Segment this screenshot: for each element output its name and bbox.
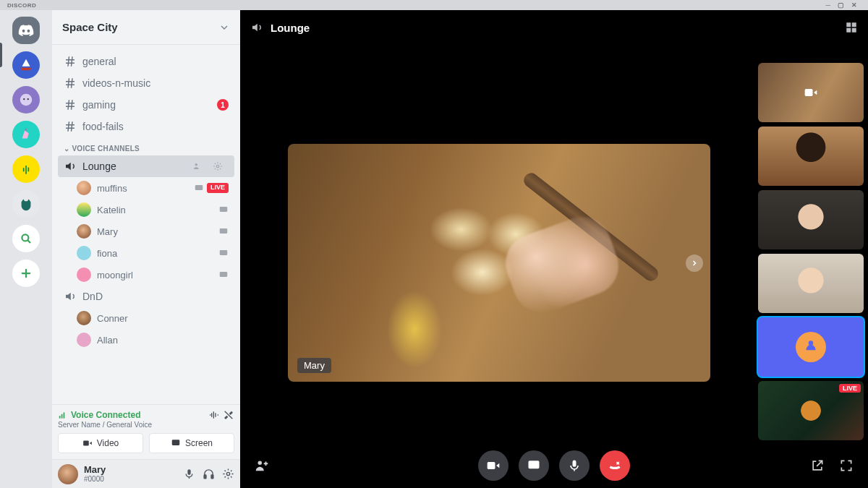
video-thumb[interactable] <box>758 190 864 249</box>
video-content <box>497 209 626 321</box>
window-maximize-button[interactable]: ▢ <box>835 1 848 9</box>
svg-rect-18 <box>211 475 213 479</box>
invite-icon[interactable] <box>192 161 203 171</box>
server-icon[interactable] <box>12 86 40 114</box>
hangup-icon <box>608 458 622 473</box>
mic-icon <box>567 458 582 473</box>
hash-icon <box>64 98 77 111</box>
voice-channel-path: Server Name / General Voice <box>58 421 234 429</box>
server-icon[interactable] <box>12 121 40 148</box>
voice-channel-lounge[interactable]: Lounge <box>58 155 234 177</box>
svg-rect-11 <box>59 416 61 419</box>
screen-icon <box>218 248 229 258</box>
window-minimize-button[interactable]: ─ <box>822 1 835 9</box>
avatar <box>77 202 91 217</box>
voice-user[interactable]: Conner <box>71 307 234 329</box>
main-video-tile[interactable]: Mary <box>288 144 710 382</box>
stage-header: Lounge <box>240 10 868 45</box>
server-icon[interactable] <box>12 155 40 183</box>
live-badge: LIVE <box>207 183 229 193</box>
home-button[interactable] <box>12 17 40 44</box>
noise-suppression-icon[interactable] <box>208 409 220 421</box>
server-rail <box>0 10 52 488</box>
headphones-icon[interactable] <box>203 468 215 480</box>
user-area: Mary #0000 <box>52 459 240 488</box>
svg-rect-12 <box>61 414 63 419</box>
voice-user[interactable]: moongirl <box>71 264 234 286</box>
gear-icon[interactable] <box>213 161 223 171</box>
svg-rect-9 <box>220 250 228 255</box>
channel-sidebar: Space City general videos-n-music gaming… <box>52 10 240 488</box>
app-name: DISCORD <box>7 2 36 9</box>
server-icon[interactable] <box>12 51 40 79</box>
grid-view-icon[interactable] <box>845 21 858 34</box>
svg-point-4 <box>195 163 198 166</box>
svg-rect-24 <box>805 89 813 96</box>
toggle-camera-button[interactable] <box>478 450 509 481</box>
video-thumb[interactable] <box>758 254 864 313</box>
unicorn-icon <box>18 127 34 142</box>
fullscreen-button[interactable] <box>838 457 855 474</box>
svg-point-1 <box>23 98 25 100</box>
gear-icon[interactable] <box>222 468 234 480</box>
server-header[interactable]: Space City <box>52 10 240 45</box>
text-channel-foodfails[interactable]: food-fails <box>58 116 234 137</box>
share-screen-button[interactable] <box>519 450 549 481</box>
svg-rect-20 <box>846 22 851 27</box>
search-icon <box>20 232 33 245</box>
video-thumb[interactable] <box>758 127 864 186</box>
svg-rect-22 <box>846 28 851 33</box>
live-badge: LIVE <box>839 384 861 393</box>
video-thumb[interactable]: LIVE <box>758 381 864 440</box>
voice-user[interactable]: muffins LIVE <box>71 177 234 199</box>
current-user-name: Mary <box>84 465 106 475</box>
svg-point-26 <box>258 461 263 466</box>
voice-user[interactable]: Allan <box>71 329 234 351</box>
avatar <box>77 333 91 347</box>
video-icon <box>82 438 93 448</box>
voice-category-label[interactable]: VOICE CHANNELS <box>52 137 240 155</box>
channel-name: videos-n-music <box>82 77 150 89</box>
text-channel-gaming[interactable]: gaming 1 <box>58 94 234 116</box>
disconnect-icon[interactable] <box>223 409 234 421</box>
mute-button[interactable] <box>559 450 590 481</box>
video-icon <box>804 85 818 100</box>
video-thumb[interactable] <box>758 317 864 377</box>
voice-user[interactable]: Katelin <box>71 199 234 221</box>
voice-user[interactable]: fiona <box>71 242 234 264</box>
svg-point-5 <box>216 165 219 168</box>
avatar <box>796 332 826 362</box>
invite-to-call-button[interactable] <box>253 457 271 474</box>
screen-icon <box>218 205 229 215</box>
voice-channel-dnd[interactable]: DnD <box>58 286 234 307</box>
svg-rect-21 <box>852 22 856 27</box>
mic-icon[interactable] <box>183 468 195 480</box>
speaker-name-tag: Mary <box>297 358 331 373</box>
avatar <box>77 181 91 195</box>
window-close-button[interactable]: ✕ <box>848 1 861 9</box>
cat-icon <box>18 196 34 212</box>
svg-rect-17 <box>204 475 206 479</box>
add-server-button[interactable] <box>12 260 40 287</box>
svg-rect-29 <box>573 461 576 467</box>
svg-rect-7 <box>220 207 228 212</box>
explore-button[interactable] <box>12 225 40 252</box>
screen-share-button[interactable]: Screen <box>149 433 234 453</box>
svg-rect-23 <box>852 28 856 33</box>
server-icon[interactable] <box>12 190 40 218</box>
video-thumb[interactable] <box>758 63 864 122</box>
window-titlebar: DISCORD ─ ▢ ✕ <box>0 0 868 10</box>
next-video-button[interactable] <box>686 254 703 272</box>
voice-user[interactable]: Mary <box>71 221 234 242</box>
avatar[interactable] <box>58 464 78 484</box>
avatar <box>77 267 91 282</box>
cactus-icon <box>19 162 33 176</box>
hangup-button[interactable] <box>600 450 630 481</box>
moon-face-icon <box>18 92 34 108</box>
text-channel-videos[interactable]: videos-n-music <box>58 72 234 94</box>
text-channel-general[interactable]: general <box>58 51 234 72</box>
video-button[interactable]: Video <box>58 433 143 453</box>
popout-button[interactable] <box>809 457 826 474</box>
svg-point-19 <box>226 472 229 475</box>
video-icon <box>486 458 501 473</box>
